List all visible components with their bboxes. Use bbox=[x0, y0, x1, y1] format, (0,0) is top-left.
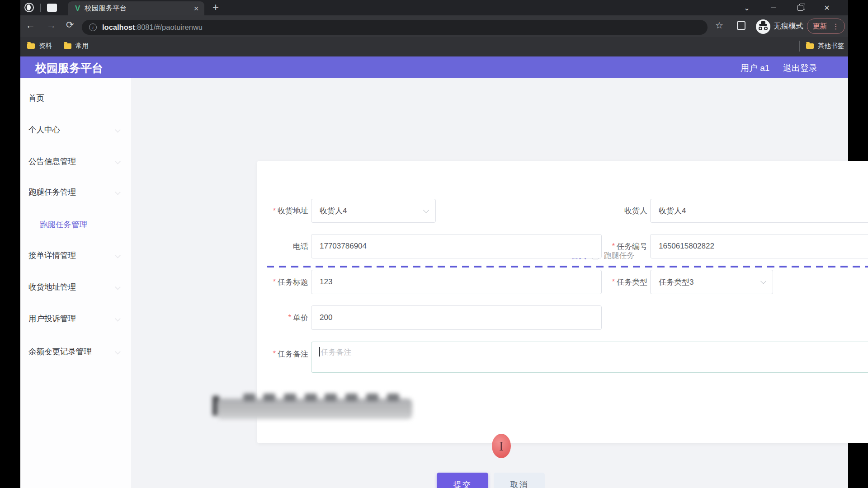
sidebar-label: 收货地址管理 bbox=[28, 282, 76, 292]
required-mark: * bbox=[288, 313, 291, 322]
header-user[interactable]: 用户 a1 bbox=[741, 62, 769, 74]
chevron-down-icon bbox=[115, 189, 121, 195]
dashed-divider bbox=[267, 266, 868, 267]
chevron-down-icon bbox=[115, 349, 121, 355]
label-phone: 电话 bbox=[241, 234, 308, 258]
task-type-select[interactable]: 任务类型3 bbox=[650, 270, 773, 294]
url-path: :8081/#/paotuirenwu bbox=[135, 23, 203, 32]
blurred-watermark bbox=[212, 392, 416, 424]
folder-icon bbox=[806, 43, 814, 49]
sidebar-label: 个人中心 bbox=[28, 124, 60, 135]
close-tab-icon[interactable]: ✕ bbox=[193, 5, 199, 12]
label-shipping-address: * 收货地址 bbox=[241, 199, 308, 223]
required-mark: * bbox=[273, 277, 276, 286]
page-info-icon[interactable]: i bbox=[89, 23, 97, 31]
other-bookmarks[interactable]: 其他书签 bbox=[806, 42, 844, 50]
other-bookmarks-label: 其他书签 bbox=[818, 42, 844, 50]
sidebar-item-user-complaints[interactable]: 用户投诉管理 bbox=[28, 311, 123, 326]
required-mark: * bbox=[273, 206, 276, 216]
textarea-placeholder: 任务备注 bbox=[321, 348, 352, 357]
chevron-down-icon bbox=[423, 207, 429, 213]
bookmark-folder-zl[interactable]: 资料 bbox=[27, 42, 52, 50]
label-task-remark: * 任务备注 bbox=[241, 342, 308, 366]
sidebar: 首页 个人中心 公告信息管理 跑腿任务管理 跑腿任务管理 接单详情管理 收货地址… bbox=[20, 78, 131, 488]
vue-favicon-icon: V bbox=[75, 4, 80, 13]
recording-cursor-icon: I bbox=[492, 434, 511, 458]
sidebar-label: 用户投诉管理 bbox=[28, 313, 76, 324]
sidebar-label: 公告信息管理 bbox=[28, 156, 76, 167]
task-no-input[interactable]: 1650615802822 bbox=[650, 234, 868, 258]
chevron-down-icon bbox=[115, 284, 121, 290]
sidebar-item-order-details[interactable]: 接单详情管理 bbox=[28, 248, 123, 263]
cancel-button[interactable]: 取消 bbox=[494, 473, 545, 488]
sidebar-label: 余额变更记录管理 bbox=[28, 346, 92, 357]
label-task-no: * 任务编号 bbox=[580, 234, 647, 258]
folder-icon bbox=[64, 43, 71, 49]
sidebar-label: 接单详情管理 bbox=[28, 250, 76, 261]
bookmark-label: 常用 bbox=[75, 42, 89, 50]
logout-button[interactable]: 退出登录 bbox=[783, 62, 817, 74]
pinned-tab-icon[interactable] bbox=[47, 4, 57, 12]
sidebar-item-balance-records[interactable]: 余额变更记录管理 bbox=[28, 344, 123, 359]
page-content: 首页 跑腿任务 * 收货地址 收货人4 收货人 收货人4 电话 17703786… bbox=[131, 78, 848, 488]
update-button[interactable]: 更新 ⋮ bbox=[807, 19, 845, 34]
label-receiver: 收货人 bbox=[580, 199, 647, 223]
receiver-input[interactable]: 收货人4 bbox=[650, 199, 868, 223]
tab-title: 校园服务平台 bbox=[85, 4, 193, 13]
sidebar-item-shipping-address[interactable]: 收货地址管理 bbox=[28, 279, 123, 295]
side-panel-icon[interactable] bbox=[737, 21, 745, 30]
chevron-down-icon bbox=[115, 316, 121, 322]
address-bar[interactable]: i localhost:8081/#/paotuirenwu bbox=[82, 20, 708, 35]
sidebar-item-errand-task-group[interactable]: 跑腿任务管理 bbox=[28, 184, 123, 200]
submit-button[interactable]: 提交 bbox=[437, 473, 488, 488]
forward-icon[interactable]: → bbox=[47, 20, 56, 31]
minimize-icon[interactable]: ─ bbox=[764, 0, 783, 15]
browser-window: V 校园服务平台 ✕ + ⌄ ─ ✕ ← → ⟳ i localhost:808… bbox=[20, 0, 848, 488]
label-unit-price: * 单价 bbox=[241, 305, 308, 330]
sidebar-label: 跑腿任务管理 bbox=[40, 219, 87, 230]
required-mark: * bbox=[273, 349, 276, 358]
sidebar-label: 首页 bbox=[28, 93, 44, 103]
sidebar-item-announcements[interactable]: 公告信息管理 bbox=[28, 154, 123, 169]
sidebar-label: 跑腿任务管理 bbox=[28, 187, 76, 197]
bookmark-label: 资料 bbox=[39, 42, 52, 50]
browser-logo-icon[interactable] bbox=[24, 3, 34, 12]
unit-price-input[interactable]: 200 bbox=[311, 305, 602, 330]
shipping-address-select[interactable]: 收货人4 bbox=[311, 199, 436, 223]
sidebar-item-personal-center[interactable]: 个人中心 bbox=[28, 122, 123, 137]
bookmark-star-icon[interactable]: ☆ bbox=[715, 20, 723, 31]
chevron-down-icon bbox=[760, 278, 766, 284]
task-title-input[interactable]: 123 bbox=[311, 270, 602, 294]
folder-icon bbox=[27, 43, 35, 49]
site-title: 校园服务平台 bbox=[35, 61, 103, 75]
bookmark-folder-cy[interactable]: 常用 bbox=[64, 42, 89, 50]
chevron-down-icon bbox=[115, 127, 121, 133]
task-remark-textarea[interactable]: 任务备注 bbox=[311, 342, 868, 373]
sidebar-item-home[interactable]: 首页 bbox=[28, 90, 123, 106]
window-menu-icon[interactable]: ⌄ bbox=[737, 0, 757, 15]
restore-icon[interactable] bbox=[790, 0, 810, 15]
incognito-label: 无痕模式 bbox=[774, 21, 803, 31]
url-host: localhost bbox=[102, 23, 135, 32]
text-caret bbox=[319, 347, 320, 357]
chevron-down-icon bbox=[115, 159, 121, 164]
new-tab-button[interactable]: + bbox=[212, 1, 219, 14]
reload-icon[interactable]: ⟳ bbox=[66, 19, 74, 30]
required-mark: * bbox=[612, 277, 615, 286]
phone-input[interactable]: 17703786904 bbox=[311, 234, 602, 258]
incognito-icon bbox=[756, 19, 770, 34]
tab-strip: V 校园服务平台 ✕ + ⌄ ─ ✕ bbox=[20, 0, 848, 15]
required-mark: * bbox=[612, 242, 615, 251]
browser-toolbar: ← → ⟳ i localhost:8081/#/paotuirenwu ☆ 无… bbox=[20, 15, 848, 37]
tab-strip-divider bbox=[40, 4, 41, 12]
back-icon[interactable]: ← bbox=[26, 20, 35, 31]
sidebar-item-errand-task-active[interactable]: 跑腿任务管理 bbox=[28, 217, 123, 232]
label-task-type: * 任务类型 bbox=[580, 270, 647, 294]
label-task-title: * 任务标题 bbox=[241, 270, 308, 294]
site-header: 校园服务平台 用户 a1 退出登录 bbox=[20, 56, 848, 78]
browser-tab[interactable]: V 校园服务平台 ✕ bbox=[68, 1, 204, 15]
bookmarks-bar: 资料 常用 其他书签 bbox=[20, 37, 848, 56]
window-close-icon[interactable]: ✕ bbox=[817, 0, 837, 15]
update-label: 更新 bbox=[812, 22, 827, 31]
browser-menu-dots-icon[interactable]: ⋮ bbox=[832, 22, 840, 31]
